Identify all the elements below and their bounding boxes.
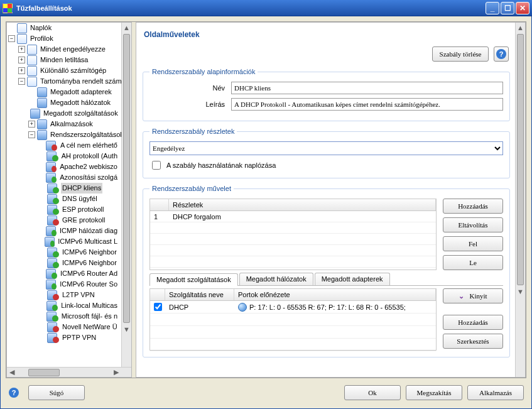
- tree-item[interactable]: ICMPv6 Router Ad: [38, 268, 121, 279]
- svc-row-ports: P: 17: L: 0 - 65535 R: 67; P: 17: L: 68 …: [234, 303, 436, 312]
- tree-item[interactable]: Megadott adapterek: [28, 87, 121, 97]
- tree-item[interactable]: Naplók: [8, 23, 121, 33]
- help-button[interactable]: Súgó: [28, 385, 85, 400]
- tree-item-label: Alkalmazások: [49, 119, 94, 129]
- tree-item-label: GRE protokoll: [61, 215, 106, 226]
- tree-item[interactable]: ICMPv6 Neighbor: [38, 258, 121, 268]
- node-icon: [37, 87, 47, 97]
- tree-item-label: DHCP kliens: [61, 183, 102, 194]
- close-button[interactable]: ✕: [516, 2, 529, 14]
- tree-item[interactable]: +Alkalmazások: [28, 119, 121, 129]
- minimize-button[interactable]: _: [486, 2, 499, 14]
- tree-item[interactable]: −Profilok: [8, 33, 121, 44]
- svc-open-button[interactable]: ⌄ Kinyit: [443, 288, 503, 303]
- tree-item[interactable]: +Mindet engedélyezze: [18, 44, 121, 55]
- tree-item[interactable]: +Különálló számítógép: [18, 65, 121, 76]
- op-down-button[interactable]: Le: [443, 255, 503, 270]
- tab-networks[interactable]: Megadott hálózatok: [239, 273, 313, 285]
- svc-row-checkbox[interactable]: [154, 303, 162, 311]
- svc-col-name: Szolgáltatás neve: [165, 289, 234, 300]
- chevron-down-icon: ⌄: [459, 292, 464, 300]
- tree-item[interactable]: AH protokoll (Auth: [38, 151, 121, 161]
- status-allow-icon: [52, 230, 57, 236]
- expand-icon[interactable]: +: [28, 121, 35, 128]
- log-checkbox[interactable]: [152, 161, 161, 170]
- tree-item[interactable]: Novell NetWare Ü: [38, 322, 121, 332]
- tree-item-label: Megadott szolgáltatások: [42, 108, 119, 119]
- expand-icon[interactable]: +: [18, 46, 25, 53]
- tree-item[interactable]: GRE protokoll: [38, 215, 121, 226]
- titlebar[interactable]: Tűzfalbeállítások _ ☐ ✕: [0, 0, 532, 16]
- cancel-button[interactable]: Megszakítás: [406, 385, 462, 400]
- table-row[interactable]: 1DHCP forgalom: [150, 211, 436, 222]
- tree-item[interactable]: Apache2 webkiszo: [38, 161, 121, 172]
- tree-item-label: Tartományba rendelt számító: [39, 76, 121, 87]
- nav-tree[interactable]: Naplók−Profilok+Mindet engedélyezze+Mind…: [7, 23, 121, 343]
- tree-scrollbar-horizontal[interactable]: ◀▶: [7, 367, 131, 377]
- services-table[interactable]: Szolgáltatás neve Portok előnézete DHCPP…: [149, 288, 437, 351]
- tree-item-label: Profilok: [29, 33, 55, 44]
- tree-item-label: Mindet engedélyezze: [39, 44, 107, 55]
- tree-item[interactable]: ICMPv6 Router So: [38, 279, 121, 290]
- name-input[interactable]: [231, 82, 503, 94]
- op-add-button[interactable]: Hozzáadás: [443, 199, 503, 214]
- tree-item[interactable]: Azonosítási szolgá: [38, 172, 121, 183]
- collapse-icon[interactable]: −: [18, 78, 25, 85]
- tree-item-label: ICMPv6 Router Ad: [59, 268, 119, 279]
- tree-item[interactable]: Link-local Multicas: [38, 300, 121, 311]
- status-allow-icon: [52, 155, 58, 161]
- tree-item[interactable]: Megadott szolgáltatások: [28, 108, 121, 119]
- status-block-icon: [53, 337, 59, 343]
- tree-item-label: A cél nem elérhető: [59, 140, 119, 151]
- tree-item[interactable]: ICMP hálózati diag: [38, 226, 121, 236]
- basic-info-legend: Rendszerszabály alapinformációk: [149, 68, 258, 75]
- operation-table[interactable]: Részletek 1DHCP forgalom: [149, 199, 437, 270]
- op-up-button[interactable]: Fel: [443, 236, 503, 251]
- details-legend: Rendszerszabály részletek: [149, 128, 237, 135]
- apply-button[interactable]: Alkalmazás: [467, 385, 524, 400]
- tree-item-label: L2TP VPN: [61, 290, 96, 300]
- node-icon: [37, 98, 47, 108]
- svc-add-button[interactable]: Hozzáadás: [443, 315, 503, 330]
- status-block-icon: [53, 219, 59, 226]
- svc-col-check: [150, 289, 165, 300]
- delete-rule-button[interactable]: Szabály törlése: [432, 46, 489, 62]
- table-row[interactable]: DHCPP: 17: L: 0 - 65535 R: 67; P: 17: L:…: [150, 301, 436, 314]
- context-help-button[interactable]: ?: [494, 46, 509, 62]
- tree-item[interactable]: L2TP VPN: [38, 290, 121, 300]
- detail-scrollbar-vertical[interactable]: ▲▼: [515, 23, 525, 377]
- op-remove-button[interactable]: Eltávolítás: [443, 217, 503, 232]
- window-title: Tűzfalbeállítások: [16, 4, 72, 12]
- tab-services[interactable]: Megadott szolgáltatások: [149, 273, 238, 286]
- tree-scrollbar-vertical[interactable]: ▲▼: [121, 23, 131, 367]
- tree-item-label: ICMPv6 Neighbor: [61, 247, 118, 258]
- tree-item[interactable]: ICMPv6 Neighbor: [38, 247, 121, 258]
- tree-item[interactable]: Megadott hálózatok: [28, 97, 121, 108]
- svc-edit-button[interactable]: Szerkesztés: [443, 334, 503, 349]
- expand-icon[interactable]: +: [18, 67, 25, 74]
- maximize-button[interactable]: ☐: [501, 2, 514, 14]
- tree-item-label: Minden letiltása: [39, 55, 89, 65]
- tree-item[interactable]: ESP protokoll: [38, 204, 121, 215]
- tree-item[interactable]: DHCP kliens: [38, 183, 121, 194]
- tab-adapters[interactable]: Megadott adapterek: [315, 273, 390, 285]
- node-icon: [37, 130, 47, 140]
- node-icon: [17, 34, 27, 44]
- tree-item[interactable]: DNS ügyfél: [38, 194, 121, 204]
- tree-item[interactable]: PPTP VPN: [38, 332, 121, 343]
- tree-item[interactable]: Microsoft fájl- és n: [38, 311, 121, 322]
- collapse-icon[interactable]: −: [28, 131, 35, 138]
- detail-panel: Oldalműveletek Szabály törlése ? Rendsze…: [136, 22, 526, 378]
- status-allow-icon: [52, 177, 57, 183]
- allow-select[interactable]: Engedélyez: [149, 141, 503, 155]
- tree-item[interactable]: −Tartományba rendelt számító: [18, 76, 121, 87]
- ok-button[interactable]: Ok: [344, 385, 401, 400]
- tree-item[interactable]: A cél nem elérhető: [38, 140, 121, 151]
- tree-item[interactable]: ICMPv6 Multicast L: [38, 236, 121, 247]
- expand-icon[interactable]: +: [18, 57, 25, 63]
- collapse-icon[interactable]: −: [8, 35, 15, 42]
- tree-item[interactable]: −Rendszerszolgáltatások: [28, 129, 121, 140]
- node-icon: [27, 77, 37, 87]
- desc-input[interactable]: [231, 98, 503, 111]
- tree-item[interactable]: +Minden letiltása: [18, 55, 121, 65]
